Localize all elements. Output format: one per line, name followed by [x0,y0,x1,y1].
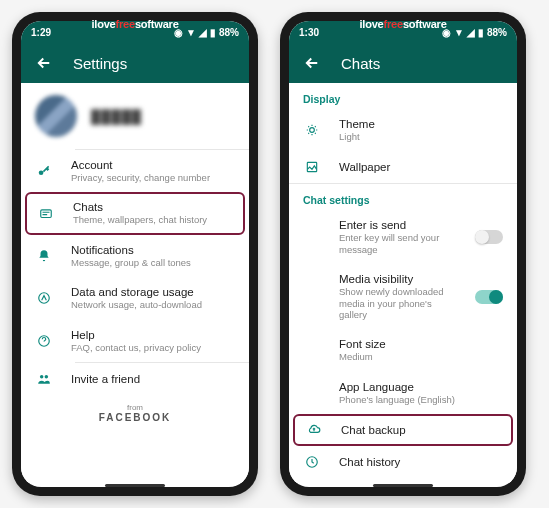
item-notifications[interactable]: Notifications Message, group & call tone… [21,235,249,277]
item-title: Font size [339,338,503,350]
item-font-size[interactable]: Font size Medium [289,329,517,371]
section-display: Display [289,83,517,109]
brightness-icon [303,123,321,137]
item-title: Chat backup [341,424,501,436]
back-icon[interactable] [303,54,321,72]
item-sub: Network usage, auto-download [71,299,235,310]
item-title: Theme [339,118,503,130]
item-sub: Privacy, security, change number [71,172,235,183]
item-sub: Phone's language (English) [339,394,503,405]
nav-bar[interactable] [21,483,249,487]
item-title: Media visibility [339,273,457,285]
item-account[interactable]: Account Privacy, security, change number [21,150,249,192]
item-sub: Theme, wallpapers, chat history [73,214,233,225]
status-time: 1:29 [31,27,51,38]
item-title: Account [71,159,235,171]
appbar-title: Chats [341,55,380,72]
data-icon [35,291,53,305]
signal-icon: ◢ [199,27,207,38]
svg-point-0 [39,171,44,176]
app-bar: Settings [21,43,249,83]
item-title: Chats [73,201,233,213]
item-sub: Show newly downloaded media in your phon… [339,286,457,320]
watermark: ilovefreesoftware [359,18,446,30]
battery-pct: 88% [219,27,239,38]
people-icon [35,372,53,386]
item-data-storage[interactable]: Data and storage usage Network usage, au… [21,277,249,319]
battery-icon: ▮ [478,27,484,38]
item-sub: Message, group & call tones [71,257,235,268]
item-title: Invite a friend [71,373,235,385]
appbar-title: Settings [73,55,127,72]
footer: from FACEBOOK [21,395,249,429]
nav-bar[interactable] [289,483,517,487]
app-bar: Chats [289,43,517,83]
item-theme[interactable]: Theme Light [289,109,517,151]
item-chats-highlighted[interactable]: Chats Theme, wallpapers, chat history [25,192,245,234]
toggle-enter-send[interactable] [475,230,503,244]
phone-left: ilovefreesoftware 1:29 ◉ ▼ ◢ ▮ 88% Setti… [12,12,258,496]
key-icon [35,164,53,178]
footer-brand: FACEBOOK [21,412,249,423]
footer-from: from [21,403,249,412]
item-sub: Medium [339,351,503,362]
item-title: Wallpaper [339,161,503,173]
item-chat-history[interactable]: Chat history [289,446,517,478]
profile-row[interactable]: █████ [21,83,249,149]
avatar [35,95,77,137]
bell-icon [35,249,53,263]
status-time: 1:30 [299,27,319,38]
item-wallpaper[interactable]: Wallpaper [289,151,517,183]
profile-name: █████ [91,109,142,124]
item-title: Data and storage usage [71,286,235,298]
phone-right: ilovefreesoftware 1:30 ◉ ▼ ◢ ▮ 88% Chats… [280,12,526,496]
item-invite[interactable]: Invite a friend [21,363,249,395]
cloud-backup-icon [305,423,323,437]
history-icon [303,455,321,469]
item-enter-send[interactable]: Enter is send Enter key will send your m… [289,210,517,264]
status-right: ◉ ▼ ◢ ▮ 88% [442,27,507,38]
item-title: Notifications [71,244,235,256]
item-title: Chat history [339,456,503,468]
screen-left: 1:29 ◉ ▼ ◢ ▮ 88% Settings █████ [21,21,249,487]
item-sub: Enter key will send your message [339,232,457,255]
screen-right: 1:30 ◉ ▼ ◢ ▮ 88% Chats Display The [289,21,517,487]
chat-icon [37,207,55,221]
wallpaper-icon [303,160,321,174]
svg-rect-1 [41,209,52,217]
item-title: Help [71,329,235,341]
item-app-language[interactable]: App Language Phone's language (English) [289,372,517,414]
section-chat-settings: Chat settings [289,184,517,210]
back-icon[interactable] [35,54,53,72]
svg-point-6 [310,128,315,133]
battery-pct: 88% [487,27,507,38]
item-sub: Light [339,131,503,142]
watermark: ilovefreesoftware [91,18,178,30]
svg-point-2 [39,293,50,304]
item-chat-backup-highlighted[interactable]: Chat backup [293,414,513,446]
svg-point-5 [45,375,49,379]
toggle-media-visibility[interactable] [475,290,503,304]
item-title: App Language [339,381,503,393]
help-icon [35,334,53,348]
status-right: ◉ ▼ ◢ ▮ 88% [174,27,239,38]
chats-settings-list: Display Theme Light Wallpaper Ch [289,83,517,483]
wifi-icon: ▼ [454,27,464,38]
signal-icon: ◢ [467,27,475,38]
item-media-visibility[interactable]: Media visibility Show newly downloaded m… [289,264,517,329]
svg-point-4 [40,375,44,379]
item-sub: FAQ, contact us, privacy policy [71,342,235,353]
item-help[interactable]: Help FAQ, contact us, privacy policy [21,320,249,362]
item-title: Enter is send [339,219,457,231]
battery-icon: ▮ [210,27,216,38]
wifi-icon: ▼ [186,27,196,38]
settings-list: █████ Account Privacy, security, change … [21,83,249,483]
